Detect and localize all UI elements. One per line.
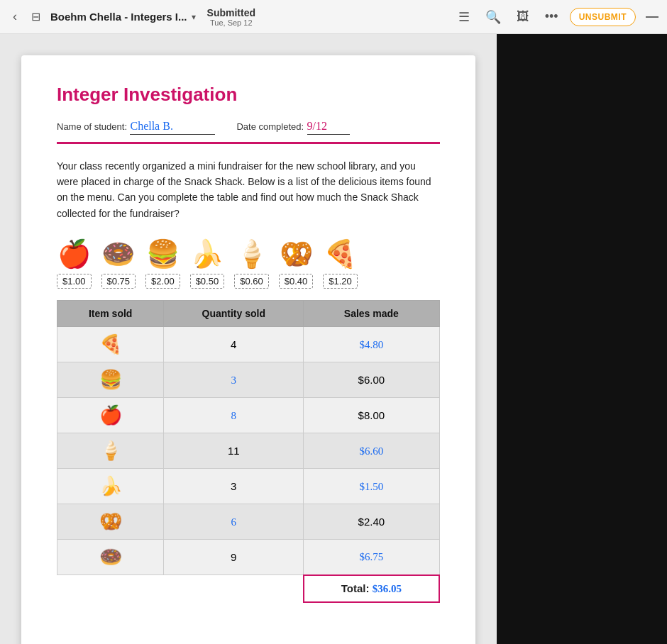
table-row: 🍔 3 $6.00 [57,362,440,398]
layout-icon: ⊟ [31,10,40,23]
name-date-row: Name of student: Chella B. Date complete… [57,120,440,135]
item-emoji-cell: 🍦 [57,433,164,469]
burger-price: $2.00 [145,274,180,289]
total-value: $36.05 [373,583,402,594]
sales-table: Item sold Quantity sold Sales made 🍕 4 $… [57,300,440,603]
food-item-icecream: 🍦 $0.60 [234,238,269,289]
quantity-cell: 9 [164,540,304,575]
quantity-cell: 11 [164,433,304,469]
back-icon: ‹ [13,9,17,24]
item-emoji-cell: 🍔 [57,362,164,398]
total-cell: Total: $36.05 [304,575,439,602]
list-icon: ☰ [458,9,470,25]
total-empty-2 [164,575,304,602]
layout-button[interactable]: ⊟ [27,6,45,28]
col-quantity-sold: Quantity sold [164,301,304,327]
sales-cell: $2.40 [304,504,439,540]
donut-price: $0.75 [101,274,136,289]
doc-area: Integer Investigation Name of student: C… [0,34,497,644]
food-item-burger: 🍔 $2.00 [145,238,180,289]
banana-price: $0.50 [190,274,225,289]
top-bar-right: ☰ 🔍 🖼 ••• UNSUBMIT [454,5,658,29]
burger-emoji: 🍔 [146,238,180,270]
sales-cell: $6.60 [304,433,439,469]
quantity-cell: 3 [164,469,304,504]
stamp-button[interactable]: 🖼 [512,5,534,28]
quantity-cell: 6 [164,504,304,540]
table-row: 🍎 8 $8.00 [57,398,440,433]
item-emoji-cell: 🍩 [57,540,164,575]
date-value: 9/12 [307,120,350,135]
title-area: Boehm Chella - Integers I... ▾ [50,11,196,23]
item-emoji-cell: 🍌 [57,469,164,504]
sales-cell: $1.50 [304,469,439,504]
pretzel-price: $0.40 [279,274,314,289]
more-button[interactable]: ••• [541,5,563,28]
sales-cell: $6.00 [304,362,439,398]
student-name-value: Chella B. [130,120,215,135]
description-text: Your class recently organized a mini fun… [57,158,440,222]
submitted-label: Submitted [207,7,255,18]
search-button[interactable]: 🔍 [481,5,505,29]
table-row: 🥨 6 $2.40 [57,504,440,540]
total-empty-1 [57,575,164,602]
chevron-down-icon[interactable]: ▾ [192,12,196,22]
page-title: Integer Investigation [57,84,440,106]
food-icons-row: 🍎 $1.00 🍩 $0.75 🍔 $2.00 🍌 $0.50 🍦 [57,238,440,289]
table-row: 🍌 3 $1.50 [57,469,440,504]
divider [57,142,440,144]
back-button[interactable]: ‹ [9,5,21,28]
main-layout: Integer Investigation Name of student: C… [0,34,667,644]
table-row: 🍦 11 $6.60 [57,433,440,469]
search-icon: 🔍 [485,9,501,25]
table-row: 🍩 9 $6.75 [57,540,440,575]
stamp-icon: 🖼 [517,9,529,24]
quantity-cell: 8 [164,398,304,433]
ellipsis-icon: ••• [545,9,558,24]
table-header-row: Item sold Quantity sold Sales made [57,301,440,327]
table-row: 🍕 4 $4.80 [57,327,440,362]
date-field: Date completed: 9/12 [236,120,349,135]
quantity-cell: 4 [164,327,304,362]
name-label: Name of student: Chella B. [57,120,215,135]
sales-cell: $4.80 [304,327,439,362]
icecream-emoji: 🍦 [235,238,268,270]
donut-emoji: 🍩 [101,238,135,270]
sales-cell: $8.00 [304,398,439,433]
food-item-banana: 🍌 $0.50 [190,238,225,289]
top-bar: ‹ ⊟ Boehm Chella - Integers I... ▾ Submi… [0,0,667,34]
list-button[interactable]: ☰ [454,5,474,29]
apple-price: $1.00 [57,274,92,289]
right-panel [497,34,667,644]
col-item-sold: Item sold [57,301,164,327]
pretzel-emoji: 🥨 [280,238,313,270]
top-bar-left: ‹ ⊟ Boehm Chella - Integers I... ▾ Submi… [9,5,255,28]
submitted-date: Tue, Sep 12 [210,18,253,27]
submitted-section: Submitted Tue, Sep 12 [207,7,255,27]
item-emoji-cell: 🍕 [57,327,164,362]
apple-emoji: 🍎 [57,238,91,270]
total-label: Total: [341,582,370,594]
icecream-price: $0.60 [234,274,269,289]
food-item-apple: 🍎 $1.00 [57,238,92,289]
sales-cell: $6.75 [304,540,439,575]
col-sales-made: Sales made [304,301,439,327]
pizza-price: $1.20 [323,274,358,289]
doc-page: Integer Investigation Name of student: C… [21,55,475,644]
total-row: Total: $36.05 [57,575,440,602]
item-emoji-cell: 🍎 [57,398,164,433]
pizza-emoji: 🍕 [324,238,357,270]
food-item-donut: 🍩 $0.75 [101,238,136,289]
unsubmit-button[interactable]: UNSUBMIT [570,8,636,26]
quantity-cell: 3 [164,362,304,398]
banana-emoji: 🍌 [190,238,224,270]
food-item-pretzel: 🥨 $0.40 [279,238,314,289]
food-item-pizza: 🍕 $1.20 [323,238,358,289]
doc-title: Boehm Chella - Integers I... [50,11,187,23]
item-emoji-cell: 🥨 [57,504,164,540]
